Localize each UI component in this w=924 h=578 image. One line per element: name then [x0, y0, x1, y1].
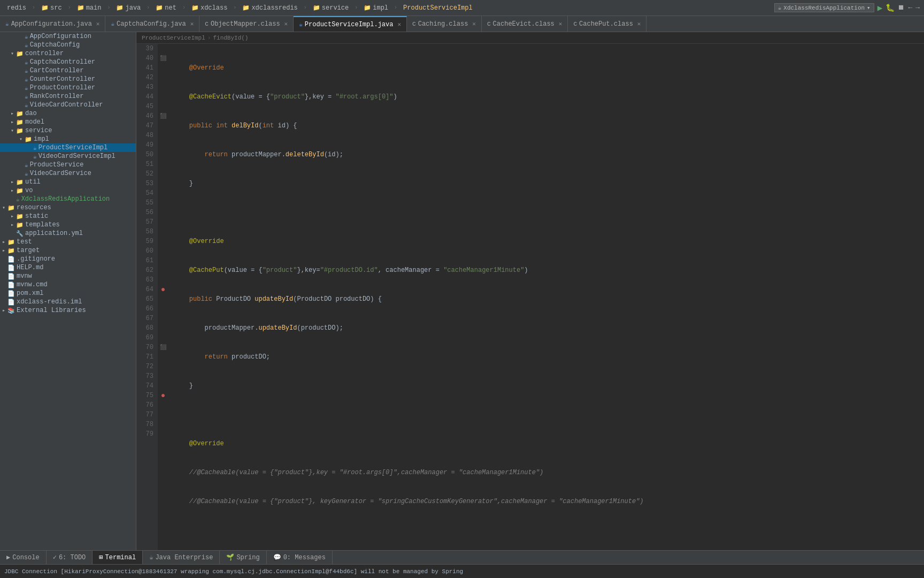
tree-item-cartcontroller[interactable]: ☕ CartController	[0, 66, 136, 75]
tree-label: application.yml	[25, 230, 83, 237]
tree-item-resources[interactable]: ▾ 📁 resources	[0, 203, 136, 212]
java-icon: ☕	[25, 42, 28, 49]
bookmark-icon: ⬛	[160, 344, 166, 351]
tab-productserviceimpl[interactable]: ☕ ProductServiceImpl.java ✕	[294, 16, 407, 32]
tab-cacheput[interactable]: C CachePut.class ✕	[568, 16, 646, 32]
tree-item-xdclassredisapplication[interactable]: ☕ XdclassRedisApplication	[0, 195, 136, 203]
tree-item-static[interactable]: ▸ 📁 static	[0, 212, 136, 220]
tree-expand-icon: ▸	[0, 307, 7, 314]
code-line-53: //@Cacheable(value = {"product"},key = "…	[174, 468, 924, 477]
tab-close-icon[interactable]: ✕	[397, 21, 401, 28]
folder-icon: 📁	[16, 50, 24, 57]
tab-close-icon[interactable]: ✕	[472, 20, 476, 27]
impl-breadcrumb[interactable]: 📁 impl	[361, 3, 391, 13]
tree-item-mvnwcmd[interactable]: 📄 mvnw.cmd	[0, 280, 136, 289]
tree-item-service[interactable]: ▾ 📁 service	[0, 126, 136, 135]
tree-item-target[interactable]: ▸ 📁 target	[0, 246, 136, 255]
tree-item-videocardcontroller[interactable]: ☕ VideoCardController	[0, 101, 136, 109]
tree-item-appconfiguration[interactable]: ☕ AppConfiguration	[0, 32, 136, 41]
tree-item-iml[interactable]: 📄 xdclass-redis.iml	[0, 298, 136, 306]
tree-item-model[interactable]: ▸ 📁 model	[0, 118, 136, 126]
bottom-tab-javaenterprise[interactable]: ☕ Java Enterprise	[143, 551, 220, 564]
service-breadcrumb[interactable]: 📁 service	[310, 3, 351, 13]
breakpoint-icon[interactable]: ●	[161, 285, 165, 294]
tree-item-rankcontroller[interactable]: ☕ RankController	[0, 92, 136, 101]
xdclass-folder-icon: 📁	[191, 4, 199, 11]
tree-item-util[interactable]: ▸ 📁 util	[0, 178, 136, 186]
bottom-tab-terminal[interactable]: ⊞ Terminal	[93, 551, 143, 564]
tab-close-icon[interactable]: ✕	[190, 20, 194, 27]
bottom-tab-spring[interactable]: 🌱 Spring	[220, 551, 266, 564]
tree-item-productserviceimpl[interactable]: ☕ ProductServiceImpl	[0, 143, 136, 152]
tree-item-helpmd[interactable]: 📄 HELP.md	[0, 263, 136, 272]
tree-label: xdclass-redis.iml	[17, 298, 82, 306]
console-output: JDBC Connection [HikariProxyConnection@1…	[0, 565, 924, 578]
tab-caching[interactable]: C Caching.class ✕	[407, 16, 482, 32]
bottom-tab-messages[interactable]: 💬 0: Messages	[267, 551, 333, 564]
code-line-54: //@Cacheable(value = {"product"}, keyGen…	[174, 497, 924, 506]
java-icon: ☕	[25, 67, 28, 74]
src-breadcrumb[interactable]: 📁 src	[38, 3, 65, 13]
tree-item-videocardserviceimpl[interactable]: ☕ VideoCardServiceImpl	[0, 152, 136, 161]
xdclassredis-breadcrumb[interactable]: 📁 xdclassredis	[240, 3, 300, 13]
main-folder-icon: 📁	[77, 4, 84, 11]
code-line-41: public int delById(int id) {	[174, 121, 924, 131]
run-button[interactable]: ▶	[877, 3, 883, 13]
folder-icon: 📁	[25, 136, 32, 143]
main-breadcrumb[interactable]: 📁 main	[74, 3, 104, 13]
project-label[interactable]: redis	[4, 3, 29, 13]
tree-item-vo[interactable]: ▸ 📁 vo	[0, 186, 136, 195]
tree-item-applicationyml[interactable]: 🔧 application.yml	[0, 229, 136, 238]
debug-button[interactable]: 🐛	[886, 3, 895, 12]
xdclass-breadcrumb[interactable]: 📁 xdclass	[189, 3, 230, 13]
code-line-39: @Override	[174, 63, 924, 73]
tree-item-countercontroller[interactable]: ☕ CounterController	[0, 75, 136, 83]
tab-appconfiguration[interactable]: ☕ AppConfiguration.java ✕	[0, 16, 105, 32]
tree-item-pomxml[interactable]: 📄 pom.xml	[0, 289, 136, 298]
main-layout: ☕ AppConfiguration ☕ CaptchaConfig ▾ 📁 c…	[0, 32, 924, 550]
tab-objectmapper[interactable]: C ObjectMapper.class ✕	[199, 16, 294, 32]
tab-close-icon[interactable]: ✕	[96, 20, 100, 27]
tree-item-captchaconfig[interactable]: ☕ CaptchaConfig	[0, 41, 136, 49]
stop-button[interactable]: ⏹	[898, 4, 905, 12]
tree-item-external-libraries[interactable]: ▸ 📚 External Libraries	[0, 306, 136, 315]
app-selector[interactable]: ☕ XdclassRedisApplication ▾	[774, 3, 874, 12]
spring-icon: 🌱	[226, 553, 234, 561]
java-breadcrumb[interactable]: 📁 java	[113, 3, 143, 13]
file-icon: 📄	[7, 256, 15, 263]
tree-item-controller[interactable]: ▾ 📁 controller	[0, 49, 136, 58]
tree-item-impl[interactable]: ▾ 📁 impl	[0, 135, 136, 143]
code-line-45: @Override	[174, 237, 924, 246]
nav-back-button[interactable]: ←	[908, 4, 912, 12]
tree-label: vo	[25, 187, 33, 194]
nav-forward-button[interactable]: →	[915, 4, 920, 12]
tree-item-templates[interactable]: ▸ 📁 templates	[0, 220, 136, 229]
tree-item-test[interactable]: ▸ 📁 test	[0, 238, 136, 246]
tree-item-dao[interactable]: ▸ 📁 dao	[0, 109, 136, 118]
java-enterprise-icon: ☕	[149, 553, 153, 561]
tab-captchaconfig[interactable]: ☕ CaptchaConfig.java ✕	[105, 16, 199, 32]
tree-item-gitignore[interactable]: 📄 .gitignore	[0, 255, 136, 263]
tab-cacheevict[interactable]: C CacheEvict.class ✕	[482, 16, 568, 32]
tree-item-productcontroller[interactable]: ☕ ProductController	[0, 83, 136, 92]
code-line-44	[174, 208, 924, 217]
breakpoint-icon[interactable]: ●	[161, 391, 165, 400]
tree-label: controller	[25, 50, 64, 57]
bottom-tab-todo[interactable]: ✓ 6: TODO	[47, 551, 93, 564]
bottom-tab-console[interactable]: ▶ Console	[0, 551, 47, 564]
tree-item-productservice[interactable]: ☕ ProductService	[0, 161, 136, 169]
java-file-icon: ☕	[111, 20, 114, 27]
file-icon: 📄	[7, 290, 15, 297]
tree-item-captchacontroller[interactable]: ☕ CaptchaController	[0, 58, 136, 66]
config-icon: 🔧	[16, 230, 24, 237]
net-breadcrumb[interactable]: 📁 net	[153, 3, 179, 13]
tree-item-mvnw[interactable]: 📄 mvnw	[0, 272, 136, 280]
code-editor[interactable]: ProductServiceImpl › findById() 394041 4…	[136, 32, 924, 550]
tab-close-icon[interactable]: ✕	[559, 20, 563, 27]
code-content[interactable]: @Override @CacheEvict(value = {"product"…	[168, 44, 924, 550]
class-breadcrumb[interactable]: ProductServiceImpl	[401, 3, 475, 13]
tab-close-icon[interactable]: ✕	[284, 20, 288, 27]
tree-label: test	[17, 238, 32, 246]
tab-close-icon[interactable]: ✕	[637, 20, 641, 27]
tree-item-videocardservice[interactable]: ☕ VideoCardService	[0, 169, 136, 178]
